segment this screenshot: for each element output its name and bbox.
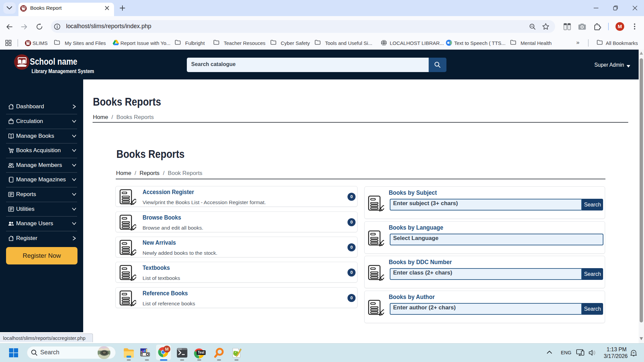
svg-text:zz: zz xyxy=(633,351,635,354)
